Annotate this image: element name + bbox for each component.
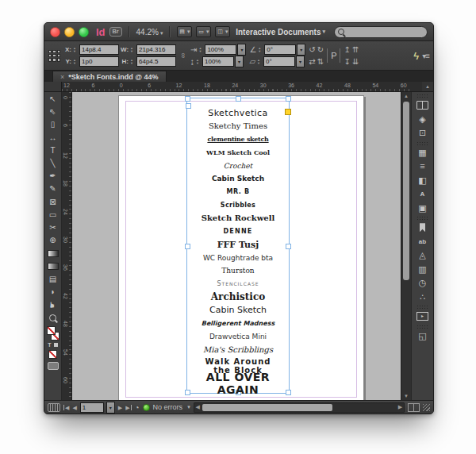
- h-stepper[interactable]: ▲▼: [130, 59, 135, 65]
- close-window-button[interactable]: [50, 27, 60, 37]
- timing-panel-button[interactable]: ◷: [413, 276, 432, 290]
- pen-tool[interactable]: ✒: [45, 170, 60, 183]
- line-tool[interactable]: ╲: [45, 157, 60, 170]
- stroke-panel-button[interactable]: ≡: [413, 160, 432, 174]
- apply-none-button[interactable]: [48, 350, 57, 359]
- scroll-up-icon[interactable]: ▲: [422, 82, 433, 91]
- scale-y-dropdown[interactable]: ▾: [235, 56, 244, 67]
- scale-x-stepper[interactable]: ▲▼: [198, 47, 203, 53]
- formatting-affects-text-icon[interactable]: T: [48, 342, 51, 348]
- effects-panel-button[interactable]: ∴: [413, 290, 432, 305]
- shear-field[interactable]: [263, 56, 295, 67]
- preflight-status-label[interactable]: No errors: [153, 403, 183, 411]
- arrange-documents-button[interactable]: ◫▾: [215, 26, 230, 37]
- bridge-button[interactable]: Br: [109, 27, 122, 37]
- note-tool[interactable]: ▤: [45, 273, 60, 286]
- vertical-ruler[interactable]: 06121824303642485460: [62, 92, 72, 400]
- scroll-up-icon[interactable]: ▲: [401, 92, 411, 100]
- links-panel-button[interactable]: ⊡: [413, 126, 432, 140]
- rotate-ccw-icon[interactable]: ↺: [309, 46, 315, 54]
- first-page-button[interactable]: ◀: [63, 405, 69, 410]
- gap-tool[interactable]: ↔: [45, 132, 60, 144]
- type-tool[interactable]: T: [45, 144, 60, 157]
- gradient-feather-tool[interactable]: [45, 260, 60, 272]
- hand-tool[interactable]: ☛: [45, 298, 60, 311]
- object-states-panel-button[interactable]: ◱: [413, 329, 432, 344]
- vertical-scrollbar[interactable]: ▲ ▼: [401, 92, 411, 400]
- rotation-stepper[interactable]: ▲▼: [258, 47, 263, 53]
- x-stepper[interactable]: ▲▼: [73, 47, 78, 53]
- layers-panel-button[interactable]: ◈: [413, 113, 432, 127]
- horizontal-ruler[interactable]: 12606121824303642485460: [62, 82, 422, 91]
- free-transform-tool[interactable]: ⊕: [45, 234, 60, 247]
- panel-menu-icon[interactable]: ▾≡: [422, 52, 429, 60]
- frame-handle-top-left[interactable]: [185, 96, 190, 102]
- fill-stroke-proxy[interactable]: [47, 326, 60, 340]
- y-field[interactable]: [79, 56, 119, 67]
- rotation-field[interactable]: [264, 44, 296, 55]
- page-tool[interactable]: ▯: [45, 118, 60, 131]
- pencil-tool[interactable]: ✎: [45, 183, 60, 195]
- quick-apply-icon[interactable]: ϟ: [413, 50, 419, 62]
- distribute-vertical-icon[interactable]: ⇈: [352, 46, 359, 54]
- minimize-window-button[interactable]: [64, 27, 75, 37]
- rotation-dropdown[interactable]: ▾: [297, 44, 305, 56]
- shear-dropdown[interactable]: ▾: [296, 56, 305, 67]
- distribute-horizontal-icon[interactable]: ⇊: [352, 58, 359, 66]
- shear-stepper[interactable]: ▲▼: [257, 59, 262, 65]
- resize-grip[interactable]: [423, 404, 430, 411]
- scroll-down-icon[interactable]: ▼: [401, 392, 411, 400]
- scroll-right-icon[interactable]: ▶: [397, 404, 404, 410]
- previous-page-button[interactable]: ◀: [72, 405, 76, 410]
- zoom-level-dropdown[interactable]: 44.2%▾: [136, 28, 163, 37]
- spread-view-icon[interactable]: [408, 403, 420, 412]
- reference-point-proxy[interactable]: [48, 50, 60, 62]
- selection-tool[interactable]: ↖: [45, 93, 60, 106]
- object-styles-panel-button[interactable]: ▣: [413, 202, 432, 216]
- screen-mode-button[interactable]: ▭▾: [196, 26, 211, 37]
- chevron-down-icon[interactable]: ▾: [187, 404, 190, 410]
- swatches-panel-button[interactable]: ▦: [413, 146, 432, 160]
- workspace-switcher[interactable]: Interactive Documents▾: [236, 28, 325, 37]
- pages-panel-button[interactable]: [413, 98, 432, 113]
- zoom-window-button[interactable]: [79, 27, 89, 37]
- animation-panel-button[interactable]: ◬: [413, 248, 432, 263]
- flip-horizontal-icon[interactable]: ⇄: [309, 58, 315, 66]
- next-page-button[interactable]: ▶: [118, 405, 122, 410]
- view-options-button[interactable]: ▤▾: [177, 26, 192, 37]
- scale-y-field[interactable]: [202, 56, 234, 67]
- direct-selection-tool[interactable]: ⇖: [45, 106, 60, 118]
- color-panel-button[interactable]: ◧: [413, 174, 432, 188]
- scissors-tool[interactable]: ✂: [45, 221, 60, 234]
- eyedropper-tool[interactable]: ◗: [45, 286, 60, 298]
- rotate-cw-icon[interactable]: ↻: [317, 46, 324, 54]
- screen-mode-toggle[interactable]: [48, 362, 59, 370]
- canvas[interactable]: SketchveticaSketchy Timesclementine sket…: [72, 92, 401, 400]
- character-styles-panel-button[interactable]: A: [413, 187, 432, 202]
- close-tab-icon[interactable]: ×: [60, 73, 64, 81]
- page-number-dropdown[interactable]: ▾: [106, 402, 115, 414]
- horizontal-scrollbar[interactable]: ◀ ▶: [194, 402, 405, 413]
- constrain-proportions-icon[interactable]: ∞: [179, 52, 187, 60]
- page[interactable]: SketchveticaSketchy Timesclementine sket…: [118, 95, 364, 400]
- frame-handle-top-center[interactable]: [236, 96, 241, 102]
- search-field[interactable]: [334, 26, 428, 38]
- frame-tool[interactable]: ⊠: [45, 196, 60, 209]
- selected-text-frame[interactable]: SketchveticaSketchy Timesclementine sket…: [186, 98, 290, 394]
- scroll-left-icon[interactable]: ◀: [194, 404, 202, 410]
- h-field[interactable]: [136, 56, 176, 67]
- x-field[interactable]: [79, 44, 119, 55]
- bookmarks-panel-button[interactable]: [413, 221, 432, 235]
- search-input[interactable]: [347, 27, 413, 37]
- rectangle-tool[interactable]: ▭: [45, 209, 60, 221]
- preflight-icon[interactable]: ◔: [135, 403, 140, 412]
- fill-swatch[interactable]: [47, 326, 56, 335]
- hyperlinks-panel-button[interactable]: ab: [413, 235, 432, 249]
- preview-panel-button[interactable]: ▸: [413, 310, 432, 324]
- w-field[interactable]: [136, 44, 176, 55]
- align-top-icon[interactable]: ↥: [344, 46, 350, 54]
- y-stepper[interactable]: ▲▼: [73, 59, 78, 65]
- horizontal-scroll-thumb[interactable]: [202, 404, 332, 411]
- scale-x-dropdown[interactable]: ▾: [237, 44, 246, 56]
- select-container-icon[interactable]: P: [327, 48, 340, 63]
